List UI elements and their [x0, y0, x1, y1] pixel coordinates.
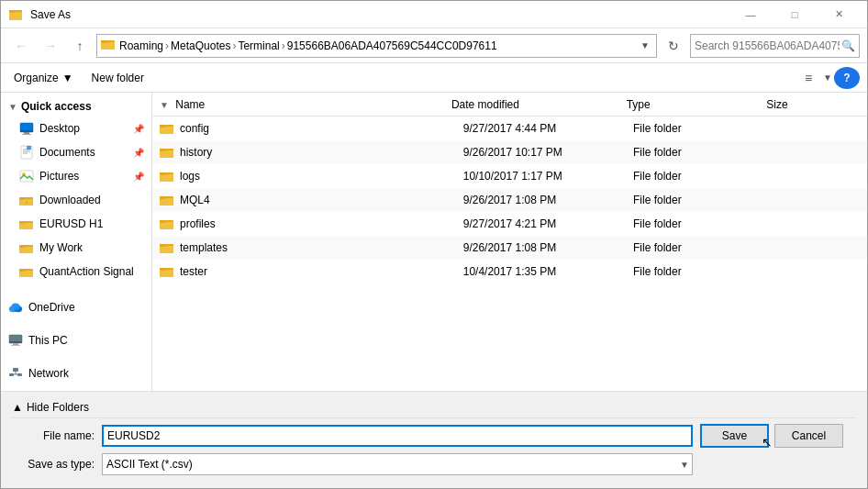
folder-icon: [160, 145, 174, 160]
search-icon: 🔍: [841, 39, 855, 52]
cancel-button[interactable]: Cancel: [774, 424, 843, 448]
svg-rect-48: [160, 149, 165, 151]
breadcrumb-roaming[interactable]: Roaming: [119, 39, 163, 52]
table-row[interactable]: tester 10/4/2017 1:35 PM File folder: [152, 260, 867, 283]
up-button[interactable]: ↑: [67, 33, 93, 59]
col-header-name[interactable]: ▼ Name: [160, 98, 451, 111]
file-type: File folder: [633, 265, 769, 278]
svg-rect-25: [19, 247, 33, 253]
window-controls: — □ ✕: [729, 1, 860, 28]
svg-rect-8: [24, 132, 29, 134]
view-toggle-button[interactable]: ≡: [796, 67, 821, 89]
table-row[interactable]: config 9/27/2017 4:44 PM File folder: [152, 117, 867, 140]
save-type-select[interactable]: ASCII Text (*.csv): [102, 453, 693, 475]
organize-arrow-icon: ▼: [62, 72, 73, 84]
dialog-icon: [8, 7, 23, 22]
save-as-dialog: Save As — □ ✕ ← → ↑ Roaming › MetaQuotes: [0, 0, 868, 489]
maximize-button[interactable]: □: [773, 1, 816, 28]
svg-rect-47: [160, 150, 173, 158]
network-icon: [8, 366, 23, 381]
svg-rect-63: [160, 268, 165, 271]
breadcrumb-metaquotes[interactable]: MetaQuotes: [171, 39, 230, 52]
save-as-type-label: Save as type:: [12, 458, 95, 471]
save-type-select-wrapper: ASCII Text (*.csv) ▼: [102, 453, 693, 475]
sidebar-item-pictures[interactable]: Pictures 📌: [1, 164, 151, 188]
file-name-input[interactable]: [102, 425, 693, 447]
breadcrumb-terminal[interactable]: Terminal: [238, 39, 279, 52]
back-button[interactable]: ←: [8, 33, 34, 59]
svg-rect-1: [9, 12, 22, 20]
dialog-title: Save As: [30, 8, 71, 21]
file-name: history: [180, 146, 463, 159]
breadcrumb-hash[interactable]: 915566BA06ADA407569C544CC0D97611: [287, 39, 497, 52]
file-type: File folder: [633, 122, 769, 135]
refresh-button[interactable]: ↻: [661, 33, 686, 59]
col-header-date[interactable]: Date modified: [451, 98, 627, 111]
breadcrumb: Roaming › MetaQuotes › Terminal › 915566…: [119, 39, 634, 52]
network-label: Network: [28, 367, 144, 380]
sidebar-item-desktop[interactable]: Desktop 📌: [1, 117, 151, 140]
search-bar[interactable]: 🔍: [690, 34, 860, 58]
svg-text:↓: ↓: [26, 199, 28, 205]
table-row[interactable]: MQL4 9/26/2017 1:08 PM File folder: [152, 188, 867, 212]
file-date: 10/10/2017 1:17 PM: [463, 170, 633, 183]
new-folder-button[interactable]: New folder: [86, 67, 150, 89]
col-header-type[interactable]: Type: [627, 98, 767, 111]
help-button[interactable]: ?: [834, 67, 860, 89]
table-row[interactable]: profiles 9/27/2017 4:21 PM File folder: [152, 212, 867, 236]
pictures-icon: [19, 169, 34, 183]
svg-rect-23: [19, 221, 25, 224]
svg-rect-57: [160, 220, 165, 223]
sidebar-item-downloaded[interactable]: ↓ Downloaded: [1, 188, 151, 212]
mywork-folder-icon: [19, 240, 34, 255]
forward-button[interactable]: →: [38, 33, 63, 59]
organize-label: Organize: [14, 72, 59, 84]
thispc-label: This PC: [28, 334, 144, 347]
hide-folders-label: Hide Folders: [27, 401, 89, 414]
hide-folders-button[interactable]: ▲ Hide Folders: [12, 401, 89, 414]
sidebar-item-quantaction[interactable]: QuantAction Signal: [1, 260, 151, 283]
svg-rect-56: [160, 222, 173, 229]
svg-rect-50: [160, 174, 173, 182]
pictures-label: Pictures: [39, 170, 128, 183]
table-row[interactable]: logs 10/10/2017 1:17 PM File folder: [152, 164, 867, 188]
minimize-button[interactable]: —: [729, 1, 772, 28]
address-dropdown-button[interactable]: ▼: [638, 36, 652, 56]
svg-rect-60: [160, 244, 165, 247]
sidebar-item-eurusd[interactable]: EURUSD H1: [1, 212, 151, 236]
pictures-pin-icon: 📌: [133, 172, 144, 182]
svg-rect-44: [160, 127, 173, 134]
documents-pin-icon: 📌: [133, 148, 144, 158]
secondary-toolbar: Organize ▼ New folder ≡ ▼ ?: [1, 63, 867, 93]
sidebar-item-mywork[interactable]: My Work: [1, 236, 151, 260]
quick-access-header[interactable]: ▼ Quick access: [1, 96, 151, 117]
table-row[interactable]: templates 9/26/2017 1:08 PM File folder: [152, 236, 867, 260]
folder-icon: [160, 193, 174, 207]
file-name: MQL4: [180, 194, 463, 206]
sidebar-item-documents[interactable]: Documents 📌: [1, 140, 151, 164]
svg-rect-29: [19, 269, 25, 272]
svg-rect-22: [19, 223, 33, 229]
save-button[interactable]: Save: [700, 424, 769, 448]
svg-rect-5: [101, 40, 106, 43]
sidebar-item-onedrive[interactable]: OneDrive: [1, 295, 151, 320]
svg-rect-14: [27, 146, 31, 150]
eurusd-folder-icon: [19, 217, 34, 231]
folder-icon: [160, 217, 174, 231]
file-date: 9/27/2017 4:21 PM: [463, 217, 633, 230]
file-date: 9/27/2017 4:44 PM: [463, 122, 633, 135]
sidebar-item-network[interactable]: Network: [1, 361, 151, 386]
hide-folders-arrow-icon: ▲: [12, 401, 23, 414]
desktop-icon: [19, 121, 34, 136]
desktop-pin-icon: 📌: [133, 124, 144, 134]
sidebar-item-thispc[interactable]: This PC: [1, 328, 151, 353]
table-row[interactable]: history 9/26/2017 10:17 PM File folder: [152, 140, 867, 164]
organize-button[interactable]: Organize ▼: [8, 67, 79, 89]
col-header-size[interactable]: Size: [766, 98, 860, 111]
address-bar[interactable]: Roaming › MetaQuotes › Terminal › 915566…: [96, 34, 657, 58]
search-input[interactable]: [695, 39, 840, 52]
desktop-label: Desktop: [39, 122, 128, 135]
file-name: logs: [180, 170, 463, 183]
svg-rect-35: [13, 343, 18, 345]
close-button[interactable]: ✕: [818, 1, 860, 28]
